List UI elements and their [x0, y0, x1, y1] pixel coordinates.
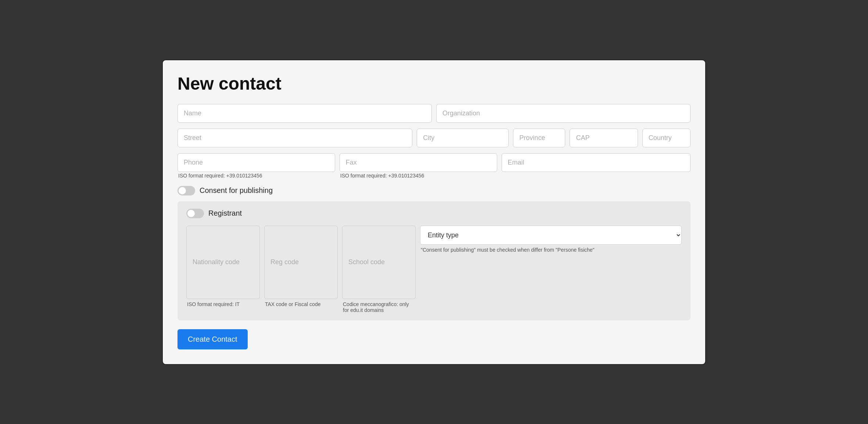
city-input[interactable] [417, 129, 509, 147]
registrant-toggle-slider [186, 209, 204, 218]
school-code-input[interactable] [342, 226, 416, 299]
entity-type-hint: "Consent for publishing" must be checked… [420, 247, 682, 253]
fax-hint: ISO format required: +39.010123456 [340, 173, 497, 179]
registrant-label: Registrant [208, 209, 242, 218]
create-contact-button[interactable]: Create Contact [177, 329, 248, 349]
reg-code-group: TAX code or Fiscal code [264, 226, 338, 307]
street-input[interactable] [177, 129, 412, 147]
consent-label: Consent for publishing [200, 186, 273, 195]
form-section: ISO format required: +39.010123456 ISO f… [177, 104, 691, 349]
phone-hint: ISO format required: +39.010123456 [177, 173, 335, 179]
name-org-row [177, 104, 691, 123]
entity-type-select[interactable]: Entity type [420, 226, 682, 245]
nationality-code-hint: ISO format required: IT [186, 301, 260, 307]
email-group [502, 153, 691, 172]
consent-toggle[interactable] [177, 186, 195, 195]
reg-code-input[interactable] [264, 226, 338, 299]
page-title: New contact [177, 73, 691, 94]
button-row: Create Contact [177, 326, 691, 349]
phone-group: ISO format required: +39.010123456 [177, 153, 335, 179]
registrant-toggle-row: Registrant [186, 209, 682, 226]
province-input[interactable] [513, 129, 565, 147]
school-code-hint: Codice meccanografico: only for edu.it d… [342, 301, 416, 313]
fax-input[interactable] [340, 153, 497, 172]
address-row [177, 129, 691, 147]
cap-input[interactable] [570, 129, 638, 147]
school-code-group: Codice meccanografico: only for edu.it d… [342, 226, 416, 313]
consent-toggle-row: Consent for publishing [177, 186, 691, 195]
email-input[interactable] [502, 153, 691, 172]
page-container: New contact ISO format required: +39.010… [162, 60, 706, 365]
organization-input[interactable] [436, 104, 691, 123]
registrant-section: Registrant ISO format required: IT TAX c… [177, 201, 691, 320]
entity-type-group: Entity type "Consent for publishing" mus… [420, 226, 682, 253]
name-input[interactable] [177, 104, 432, 123]
country-input[interactable] [642, 129, 691, 147]
reg-code-hint: TAX code or Fiscal code [264, 301, 338, 307]
phone-input[interactable] [177, 153, 335, 172]
fax-group: ISO format required: +39.010123456 [340, 153, 497, 179]
registrant-toggle[interactable] [186, 209, 204, 218]
phone-fax-email-row: ISO format required: +39.010123456 ISO f… [177, 153, 691, 179]
registrant-fields-row: ISO format required: IT TAX code or Fisc… [186, 226, 682, 320]
nationality-code-input[interactable] [186, 226, 260, 299]
consent-toggle-slider [177, 186, 195, 195]
nationality-code-group: ISO format required: IT [186, 226, 260, 307]
